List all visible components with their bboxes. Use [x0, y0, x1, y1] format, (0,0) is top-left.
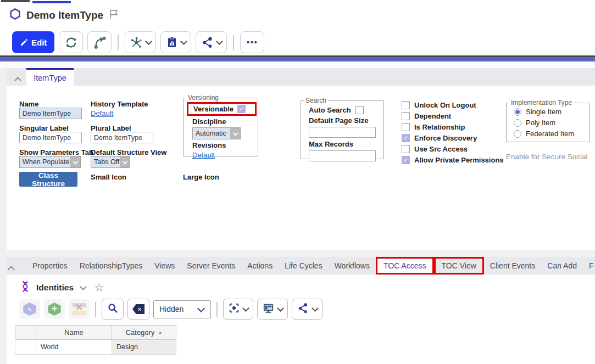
auto-search-checkbox[interactable] — [355, 106, 364, 114]
tab-toc-access[interactable]: TOC Access — [376, 257, 434, 275]
federated-item-radio[interactable] — [514, 130, 521, 138]
flag-row: Dependent — [402, 112, 504, 120]
favorite-star-icon[interactable] — [94, 282, 104, 294]
show-parameters-tab-select[interactable]: When Populated — [19, 156, 81, 168]
more-actions-button[interactable] — [240, 31, 264, 53]
versioning-legend: Versioning — [186, 94, 220, 102]
collapse-form-button[interactable] — [15, 75, 20, 85]
tab-label: Views — [154, 261, 175, 270]
chevron-down-icon — [312, 305, 319, 312]
show-parameters-tab-value: When Populated — [20, 156, 70, 167]
max-records-field[interactable] — [309, 150, 376, 161]
row-name-cell[interactable]: World — [36, 340, 112, 355]
dropdown-arrow-button[interactable] — [70, 156, 80, 167]
add-row-button[interactable] — [44, 299, 65, 319]
column-header-category-label: Category — [126, 328, 155, 337]
share-icon — [297, 302, 309, 317]
large-icon-label: Large Icon — [183, 173, 219, 181]
name-field[interactable] — [19, 108, 82, 119]
tab-client-events[interactable]: Client Events — [484, 257, 541, 275]
allow-private-permissions-checkbox[interactable] — [402, 156, 410, 164]
window-tab-indicator[interactable] — [1, 0, 30, 2]
class-structure-button[interactable]: Class Structure — [19, 172, 77, 187]
form-tabstrip: ItemType — [7, 68, 595, 86]
tab-itemtype[interactable]: ItemType — [26, 68, 74, 86]
small-icon-label: Small Icon — [91, 173, 126, 181]
select-items-button[interactable] — [19, 299, 40, 319]
tab-can-add[interactable]: Can Add — [541, 257, 583, 275]
chevron-down-icon[interactable] — [80, 283, 87, 290]
is-relationship-checkbox[interactable] — [402, 123, 410, 131]
tab-label: TOC Access — [383, 261, 426, 270]
tab-toc-view[interactable]: TOC View — [434, 257, 484, 275]
share-menu-button[interactable] — [196, 31, 227, 53]
share-grid-menu-button[interactable] — [292, 299, 322, 320]
focus-menu-button[interactable] — [223, 299, 253, 320]
edit-button[interactable]: Edit — [12, 31, 54, 53]
discipline-select[interactable]: Automatic — [192, 127, 241, 139]
column-header-name[interactable]: Name — [36, 326, 112, 340]
top-header: Demo ItemType Edit — [0, 0, 595, 55]
hidden-filter-select[interactable]: Hidden — [153, 300, 211, 318]
use-src-access-checkbox[interactable] — [402, 145, 410, 153]
reports-menu-button[interactable] — [160, 31, 191, 53]
flag-row: Unlock On Logout — [402, 101, 504, 109]
poly-item-radio[interactable] — [514, 119, 521, 127]
table-header-row: Name Category — [15, 326, 176, 340]
substrip — [0, 61, 595, 68]
tab-views[interactable]: Views — [148, 257, 181, 275]
focus-target-icon — [228, 302, 240, 316]
tab-life-cycles[interactable]: Life Cycles — [279, 257, 328, 275]
itemtype-logo-icon — [9, 8, 21, 23]
plural-label-field[interactable] — [91, 132, 153, 143]
secure-social-label: Enable for Secure Social — [506, 153, 588, 161]
flag-icon[interactable] — [108, 8, 120, 22]
poly-item-label: Poly Item — [526, 119, 555, 127]
flag-row: Allow Private Permissions — [402, 156, 504, 164]
tab-workflows[interactable]: Workflows — [329, 257, 376, 275]
enforce-discovery-checkbox[interactable] — [402, 134, 410, 142]
unlock-on-logout-checkbox[interactable] — [402, 101, 410, 109]
row-select-cell[interactable] — [15, 340, 36, 355]
search-button[interactable] — [102, 299, 124, 320]
single-item-radio[interactable] — [514, 108, 521, 116]
dropdown-arrow-button[interactable] — [120, 156, 130, 167]
display-menu-button[interactable] — [257, 299, 288, 320]
structure-hub-icon — [130, 36, 143, 49]
clear-search-button[interactable] — [127, 299, 149, 320]
relationships-toolbar: Hidden — [19, 299, 322, 320]
delete-row-button[interactable] — [69, 299, 90, 319]
history-template-link[interactable]: Default — [91, 109, 113, 117]
report-clipboard-icon — [165, 36, 179, 49]
discipline-label: Discipline — [192, 117, 257, 126]
versionable-checkbox[interactable] — [237, 105, 246, 113]
auto-search-label: Auto Search — [309, 106, 351, 114]
chevron-down-icon — [216, 38, 223, 45]
chevron-up-icon — [14, 77, 21, 84]
collapse-relationships-button[interactable] — [9, 264, 14, 274]
dropdown-arrow-button[interactable] — [230, 128, 240, 139]
structure-menu-button[interactable] — [125, 31, 156, 53]
default-structure-view-select[interactable]: Tabs Off — [91, 156, 130, 168]
flag-row: Use Src Access — [402, 145, 504, 153]
column-header-category[interactable]: Category — [112, 326, 176, 340]
ellipsis-icon — [247, 38, 258, 47]
column-header-select[interactable] — [15, 326, 36, 340]
tab-label: RelationshipTypes — [80, 261, 142, 270]
singular-label-field[interactable] — [19, 132, 82, 143]
tab-actions[interactable]: Actions — [241, 257, 279, 275]
revisions-link[interactable]: Default — [192, 151, 257, 159]
active-tab-indicator[interactable] — [32, 1, 71, 3]
tab-relationshiptypes[interactable]: RelationshipTypes — [74, 257, 148, 275]
tab-server-events[interactable]: Server Events — [181, 257, 241, 275]
promote-button[interactable] — [87, 31, 112, 53]
tab-label: TOC View — [442, 261, 476, 270]
refresh-button[interactable] — [59, 31, 83, 53]
row-category-cell[interactable]: Design — [112, 340, 176, 355]
dependent-checkbox[interactable] — [402, 112, 410, 120]
default-page-size-field[interactable] — [309, 127, 376, 138]
table-row[interactable]: World Design — [15, 340, 176, 355]
singular-label-label: Singular Label — [19, 124, 69, 132]
tab-properties[interactable]: Properties — [26, 257, 74, 275]
tab-clipped[interactable]: F — [583, 257, 595, 275]
